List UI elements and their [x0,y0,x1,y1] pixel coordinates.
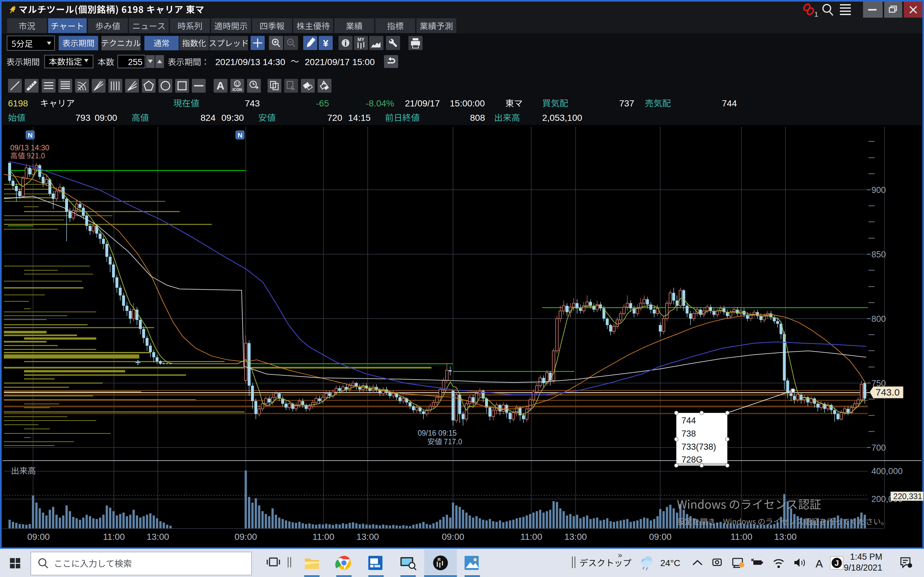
svg-text:720: 720 [327,113,342,123]
svg-text:738: 738 [682,429,696,438]
svg-text:743.0: 743.0 [876,387,900,398]
svg-text:09:00: 09:00 [234,532,257,542]
svg-text:2021/09/13 14:30: 2021/09/13 14:30 [215,57,285,67]
svg-text:1: 1 [814,10,818,18]
svg-text:09/16 09:15: 09/16 09:15 [418,429,457,437]
svg-text:09:00: 09:00 [649,532,672,542]
svg-text:09:00: 09:00 [27,532,50,542]
svg-text:800: 800 [871,314,886,324]
svg-text:1:45 PM: 1:45 PM [850,552,882,562]
svg-text:6198: 6198 [8,98,28,108]
svg-text:N: N [27,131,32,139]
svg-text:14:15: 14:15 [348,113,371,123]
svg-text:728G: 728G [682,455,703,464]
svg-text:R: R [438,557,441,562]
svg-text:13:00: 13:00 [147,532,169,542]
svg-text:J: J [835,559,838,567]
svg-text:ICON: ICON [233,87,242,92]
svg-text:793: 793 [75,113,90,123]
svg-text:744: 744 [682,416,696,425]
svg-text:¥: ¥ [323,38,328,48]
svg-text:11:00: 11:00 [520,532,542,542]
svg-text:2,053,100: 2,053,100 [542,113,582,123]
svg-text:2021/09/17 15:00: 2021/09/17 15:00 [305,57,375,67]
svg-text:737: 737 [619,98,634,108]
svg-text:09:00: 09:00 [95,113,117,123]
svg-text:-8.04%: -8.04% [366,98,394,108]
svg-text:400,000: 400,000 [871,466,903,476]
svg-text:11:00: 11:00 [312,532,334,542]
svg-text:850: 850 [871,250,886,259]
svg-text:N: N [237,131,242,139]
svg-text:13:00: 13:00 [564,532,587,542]
svg-text:744: 744 [722,98,737,108]
svg-text:824: 824 [200,113,216,123]
svg-text:9/18/2021: 9/18/2021 [844,563,882,572]
svg-text:11:00: 11:00 [730,532,752,542]
svg-text:743: 743 [245,98,260,108]
svg-text:24°C: 24°C [660,558,680,568]
svg-text:i: i [344,39,347,47]
svg-text:13:00: 13:00 [774,532,796,542]
svg-text:733(738): 733(738) [682,442,716,452]
svg-text:A: A [216,79,225,92]
svg-text:220,331: 220,331 [893,492,922,501]
svg-text:255: 255 [128,57,142,67]
svg-text:09:30: 09:30 [221,113,244,123]
svg-text:09/13 14:30: 09/13 14:30 [10,143,49,152]
svg-text:13:00: 13:00 [357,532,379,542]
svg-text:MY: MY [358,37,365,42]
svg-text:11:00: 11:00 [103,532,125,542]
svg-text:700: 700 [871,443,886,453]
svg-text:-65: -65 [316,98,329,108]
svg-text:»: » [618,551,622,559]
svg-text:900: 900 [871,185,886,195]
svg-text:21/09/17: 21/09/17 [405,98,440,108]
svg-text:A: A [816,558,823,570]
svg-text:808: 808 [470,113,485,123]
svg-text:09:00: 09:00 [442,532,464,542]
svg-text:15:00:00: 15:00:00 [450,98,485,108]
